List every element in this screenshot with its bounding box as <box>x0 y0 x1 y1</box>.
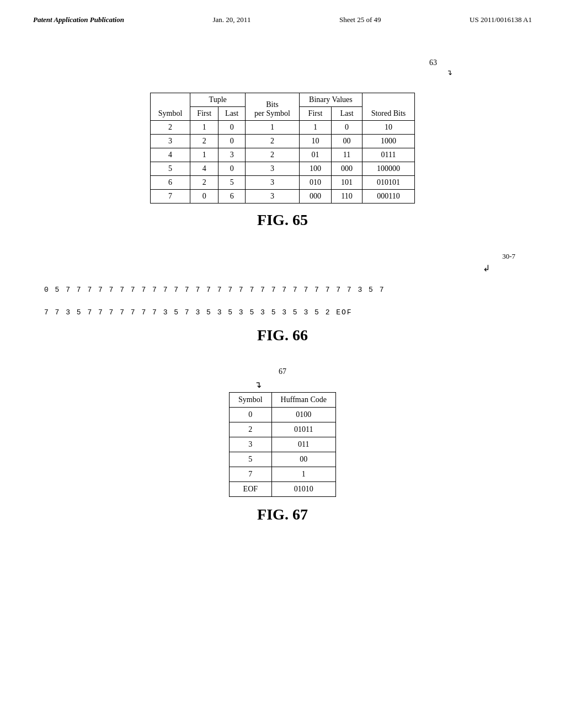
header-patent-number: US 2011/0016138 A1 <box>470 15 532 24</box>
arrow-30-7: ↲ <box>483 264 490 273</box>
table-row: 5403100000100000 <box>151 162 415 176</box>
cell-symbol: 3 <box>151 135 190 148</box>
cell-stored: 010101 <box>362 176 414 190</box>
cell-first: 2 <box>190 176 218 190</box>
table-row: 71 <box>230 467 336 481</box>
label-30-7: 30-7 <box>502 252 515 260</box>
col-per-symbol-header: Bits per Symbol <box>246 93 300 121</box>
table-row: 3011 <box>230 437 336 452</box>
col-binary-header: Binary Values <box>299 93 362 107</box>
label-67: 67 <box>279 367 286 376</box>
table-row: 7063000110000110 <box>151 190 415 204</box>
cell-stored: 1000 <box>362 135 414 148</box>
cell-first: 1 <box>190 121 218 135</box>
cell-per_symbol: 2 <box>246 135 300 148</box>
table-row: 413201110111 <box>151 148 415 162</box>
cell-last: 3 <box>218 148 246 162</box>
cell-blast: 0 <box>332 121 363 135</box>
cell-bfirst: 000 <box>299 190 331 204</box>
cell-blast: 00 <box>332 135 363 148</box>
cell-per_symbol: 3 <box>246 190 300 204</box>
header-publication-label: Patent Application Publication <box>33 15 124 24</box>
cell-symbol: 7 <box>151 190 190 204</box>
table-row: 320210001000 <box>151 135 415 148</box>
fig66-section: 30-7 ↲ 0 5 7 7 7 7 7 7 7 7 7 7 7 7 7 7 7… <box>33 251 532 344</box>
cell-last: 0 <box>218 135 246 148</box>
cell-bfirst: 01 <box>299 148 331 162</box>
col-last-header: Last <box>218 107 246 121</box>
col-blast-header: Last <box>332 107 363 121</box>
cell-symbol: 0 <box>230 407 272 422</box>
cell-stored: 0111 <box>362 148 414 162</box>
cell-symbol: 5 <box>230 452 272 467</box>
col-symbol-header: Symbol <box>151 93 190 121</box>
cell-per_symbol: 3 <box>246 176 300 190</box>
fig67-caption: FIG. 67 <box>257 506 308 523</box>
arrow-67: ↴ <box>254 380 262 389</box>
cell-code: 00 <box>271 452 335 467</box>
cell-stored: 10 <box>362 121 414 135</box>
fig65-caption: FIG. 65 <box>257 211 308 229</box>
label-63: 63 <box>429 58 437 67</box>
col-first-header: First <box>190 107 218 121</box>
cell-first: 4 <box>190 162 218 176</box>
arrow-63: ↴ <box>210 68 452 77</box>
header-date: Jan. 20, 2011 <box>213 15 251 24</box>
cell-symbol: 3 <box>230 437 272 452</box>
fig67-section: 67 ↴ Symbol Huffman Code 001002010113011… <box>33 366 532 523</box>
fig65-table-container: 63 ↴ Symbol Tuple Bits per Symbol <box>150 57 415 204</box>
cell-blast: 11 <box>332 148 363 162</box>
fig67-col-symbol: Symbol <box>230 392 272 407</box>
cell-first: 1 <box>190 148 218 162</box>
cell-per_symbol: 2 <box>246 148 300 162</box>
cell-last: 6 <box>218 190 246 204</box>
table-row: 201011 <box>230 422 336 437</box>
cell-bfirst: 010 <box>299 176 331 190</box>
cell-symbol: 4 <box>151 148 190 162</box>
cell-code: 011 <box>271 437 335 452</box>
header-sheet: Sheet 25 of 49 <box>339 15 381 24</box>
fig66-sequence-line1: 0 5 7 7 7 7 7 7 7 7 7 7 7 7 7 7 7 7 7 7 … <box>33 285 532 296</box>
cell-last: 0 <box>218 121 246 135</box>
cell-last: 5 <box>218 176 246 190</box>
page-header: Patent Application Publication Jan. 20, … <box>0 0 565 24</box>
fig65-table: Symbol Tuple Bits per Symbol Binary Valu… <box>150 93 415 204</box>
table-row: 21011010 <box>151 121 415 135</box>
cell-blast: 101 <box>332 176 363 190</box>
table-row: 6253010101010101 <box>151 176 415 190</box>
cell-bfirst: 1 <box>299 121 331 135</box>
cell-per_symbol: 1 <box>246 121 300 135</box>
table-row: 00100 <box>230 407 336 422</box>
table-row: 500 <box>230 452 336 467</box>
cell-symbol: 5 <box>151 162 190 176</box>
col-bfirst-header: First <box>299 107 331 121</box>
fig67-table: Symbol Huffman Code 00100201011301150071… <box>229 392 336 497</box>
cell-blast: 000 <box>332 162 363 176</box>
cell-bfirst: 100 <box>299 162 331 176</box>
cell-symbol: EOF <box>230 481 272 496</box>
cell-symbol: 2 <box>151 121 190 135</box>
fig65-section: 63 ↴ Symbol Tuple Bits per Symbol <box>33 52 532 229</box>
fig67-col-code: Huffman Code <box>271 392 335 407</box>
fig66-caption: FIG. 66 <box>33 326 532 344</box>
cell-per_symbol: 3 <box>246 162 300 176</box>
cell-stored: 100000 <box>362 162 414 176</box>
cell-code: 1 <box>271 467 335 481</box>
cell-stored: 000110 <box>362 190 414 204</box>
col-stored-header: Stored Bits <box>362 93 414 121</box>
cell-code: 0100 <box>271 407 335 422</box>
main-content: 63 ↴ Symbol Tuple Bits per Symbol <box>0 24 565 523</box>
fig66-sequence-line2: 7 7 3 5 7 7 7 7 7 7 7 3 5 7 3 5 3 5 3 5 … <box>33 307 532 319</box>
cell-symbol: 6 <box>151 176 190 190</box>
table-row: EOF01010 <box>230 481 336 496</box>
col-tuple-header: Tuple <box>190 93 246 107</box>
cell-symbol: 2 <box>230 422 272 437</box>
cell-code: 01011 <box>271 422 335 437</box>
cell-code: 01010 <box>271 481 335 496</box>
cell-symbol: 7 <box>230 467 272 481</box>
cell-first: 0 <box>190 190 218 204</box>
cell-bfirst: 10 <box>299 135 331 148</box>
cell-blast: 110 <box>332 190 363 204</box>
cell-first: 2 <box>190 135 218 148</box>
cell-last: 0 <box>218 162 246 176</box>
